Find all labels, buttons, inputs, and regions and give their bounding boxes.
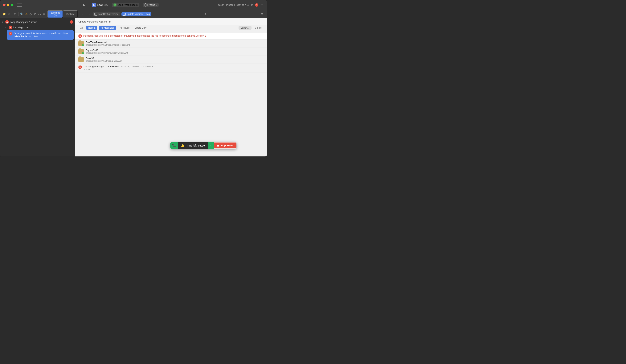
- item-error-icon: ✕: [9, 32, 12, 36]
- titlebar-center: ▶ L Loop dev › Loop (Workspace) › iPhone…: [25, 3, 216, 7]
- log-update-row: Updating Package Graph Failed 5/24/22, 7…: [75, 64, 267, 73]
- layout-icon[interactable]: ⊞: [259, 11, 265, 17]
- project-sub: dev: [105, 4, 108, 6]
- log-header-text: Update Versions : 7:16:06 PM: [78, 20, 111, 23]
- stop-square-icon: [217, 145, 219, 147]
- close-tab-icon[interactable]: ✕: [7, 12, 10, 17]
- timer-bar: 📞 ⚠️ Time left 05:29 ✓ Stop Share: [170, 142, 236, 149]
- uncategorized-error-icon: ✕: [9, 26, 12, 29]
- log-error-icon: ✕: [78, 34, 82, 38]
- package-folder-icon-2: [78, 57, 84, 62]
- package-name-1: CryptoSwift: [86, 49, 264, 52]
- sidebar-toggle-button[interactable]: [17, 3, 22, 7]
- chevron-down-icon: ▾: [2, 21, 4, 23]
- filter-icon-button[interactable]: ⊙ Filter: [253, 26, 264, 30]
- log-header: Update Versions : 7:16:06 PM: [75, 18, 267, 25]
- warning-icon: ⚠️: [181, 144, 185, 147]
- package-url-0: https://github.com/mattrubin/OneTimePass…: [86, 44, 264, 46]
- log-filter-toolbar: All Recent All Messages All Issues Error…: [75, 25, 267, 31]
- timer-left-phone-icon[interactable]: 📞: [170, 142, 178, 149]
- main-content: ▾ A Loop Workspace 1 issue ✕ ▾ ✕ Uncateg…: [0, 18, 267, 157]
- filter-errors-only-button[interactable]: Errors Only: [133, 26, 148, 30]
- buildtime-tab[interactable]: Buildtime (1): [47, 10, 63, 18]
- list-icon[interactable]: ≡: [42, 12, 45, 17]
- project-name: Loop: [97, 3, 103, 6]
- package-info-0: OneTimePassword https://github.com/mattr…: [86, 41, 264, 46]
- package-name-0: OneTimePassword: [86, 41, 264, 44]
- rect-icon[interactable]: ▭: [38, 12, 41, 17]
- grid-icon[interactable]: ⊕: [34, 12, 37, 17]
- filter-recent-button[interactable]: Recent: [86, 26, 97, 30]
- update-sub: 1 error: [84, 68, 264, 71]
- project-icon: L: [92, 3, 96, 7]
- warning-icon[interactable]: ⚠: [25, 12, 28, 17]
- log-package-row-2: Base32 https://github.com/mattrubin/Base…: [75, 55, 267, 64]
- scheme-selector[interactable]: Loop (Workspace): [112, 3, 139, 7]
- sidebar-item-text: Package.resolved file is corrupted or ma…: [14, 32, 72, 38]
- timer-center: ⚠️ Time left 05:29: [178, 142, 208, 149]
- status-close-button[interactable]: ✕: [255, 3, 258, 7]
- tab-loopconfigoverride[interactable]: □ LoopConfigOverride: [93, 12, 120, 16]
- workspace-close-button[interactable]: ✕: [70, 20, 73, 24]
- play-button[interactable]: ▶: [82, 3, 86, 7]
- timer-check-button[interactable]: ✓: [208, 142, 214, 149]
- stop-share-button[interactable]: Stop Share: [214, 143, 236, 148]
- update-title: Updating Package Graph Failed: [84, 65, 119, 68]
- titlebar-right: Clean Finished | Today at 7:16 PM ✕ +: [218, 3, 264, 7]
- forward-button[interactable]: ›: [87, 12, 91, 16]
- doc-icon2: □: [123, 13, 126, 16]
- update-duration: 0.2 seconds: [141, 65, 153, 68]
- device-name: iPhone 8: [147, 3, 157, 6]
- package-info-2: Base32 https://github.com/mattrubin/Base…: [86, 57, 264, 62]
- filter-all-messages-button[interactable]: All Messages: [99, 26, 116, 30]
- scheme-name: Loop (Workspace): [117, 3, 138, 6]
- right-panel: Update Versions : 7:16:06 PM All Recent …: [75, 18, 267, 157]
- minimize-button[interactable]: [7, 4, 9, 6]
- workspace-error-badge: A: [5, 20, 9, 24]
- toolbar-right: ‹ › □ LoopConfigOverride □ Update Versio…: [79, 11, 265, 17]
- search-icon[interactable]: 🔍: [20, 12, 24, 17]
- log-package-row-1: ✓ CryptoSwift https://github.com/krzyzan…: [75, 47, 267, 55]
- device-icon: [145, 3, 147, 6]
- back-button[interactable]: ‹: [81, 12, 85, 16]
- breadcrumb-sep: ›: [110, 4, 110, 6]
- log-error-row: ✕ Package.resolved file is corrupted or …: [75, 33, 267, 40]
- build-status: Clean Finished | Today at 7:16 PM: [218, 4, 253, 6]
- time-value: 05:29: [198, 144, 205, 147]
- package-url-2: https://github.com/mattrubin/Base32.git: [86, 60, 264, 62]
- package-folder-icon-1: ✓: [78, 49, 84, 54]
- fullscreen-button[interactable]: [11, 4, 13, 6]
- scheme-status-icon: [114, 3, 117, 6]
- time-left-label: Time left: [186, 144, 196, 147]
- runtime-tab[interactable]: Runtime: [63, 10, 78, 18]
- chevron-down-icon2: ▾: [5, 26, 8, 29]
- package-url-1: https://github.com/krzyzanowskim/CryptoS…: [86, 52, 264, 54]
- doc-icon: □: [94, 13, 97, 16]
- close-button[interactable]: [3, 4, 5, 6]
- filter-circle-icon: ⊙: [255, 27, 256, 29]
- sidebar-subgroup-uncategorized: ▾ ✕ Uncategorized ✕ Package.resolved fil…: [0, 25, 75, 40]
- package-info-1: CryptoSwift https://github.com/krzyzanow…: [86, 49, 264, 54]
- filter-all-button[interactable]: All: [78, 26, 85, 30]
- export-button[interactable]: Export...: [238, 26, 252, 30]
- tab-updateversions[interactable]: □ Update Versions – Log: [121, 12, 151, 16]
- package-name-2: Base32: [86, 57, 264, 60]
- folder-icon[interactable]: 📁: [2, 12, 6, 17]
- device-selector[interactable]: iPhone 8: [143, 3, 159, 7]
- sidebar-item-package-error[interactable]: ✕ Package.resolved file is corrupted or …: [7, 30, 74, 40]
- sidebar: ▾ A Loop Workspace 1 issue ✕ ▾ ✕ Uncateg…: [0, 18, 75, 157]
- filter-all-issues-button[interactable]: All Issues: [118, 26, 131, 30]
- sidebar-group-loop-workspace[interactable]: ▾ A Loop Workspace 1 issue ✕: [0, 19, 75, 25]
- add-tab-button[interactable]: +: [260, 3, 264, 7]
- update-date: 5/24/22, 7:16 PM: [121, 65, 139, 68]
- uncategorized-header[interactable]: ▾ ✕ Uncategorized: [5, 25, 75, 30]
- tab-updateversions-label: Update Versions – Log: [127, 13, 150, 15]
- tab-loopconfigoverride-label: LoopConfigOverride: [98, 13, 118, 15]
- log-content: ✕ Package.resolved file is corrupted or …: [75, 31, 267, 157]
- diamond-icon[interactable]: ◇: [29, 12, 32, 17]
- update-info: Updating Package Graph Failed 5/24/22, 7…: [84, 65, 264, 71]
- toolbar: 📁 ✕ ⊞ 🔍 ⚠ ◇ ⊕ ▭ ≡ Buildtime (1) Runtime …: [0, 10, 267, 18]
- hierarchy-icon[interactable]: ⊞: [13, 12, 17, 17]
- titlebar: ▶ L Loop dev › Loop (Workspace) › iPhone…: [0, 0, 267, 10]
- menu-lines-icon[interactable]: ≡: [203, 11, 208, 17]
